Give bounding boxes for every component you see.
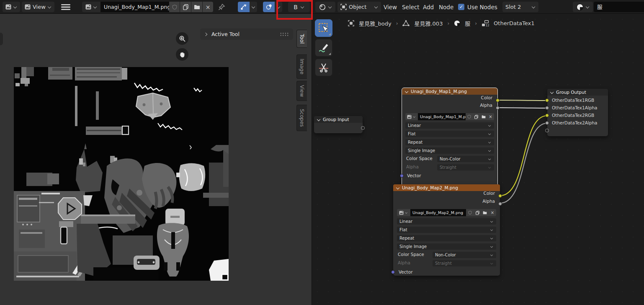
unlink-image-button[interactable]: × — [487, 113, 494, 120]
node-header[interactable]: Unagi_Body_Map1_M.png — [402, 88, 497, 95]
checkbox-checked-icon[interactable]: ✓ — [458, 4, 464, 10]
input-row: OtherDataTex1RGB — [552, 98, 613, 103]
hamburger-menu-icon — [61, 4, 70, 10]
color-space-dropdown[interactable]: Non-Color — [433, 252, 496, 258]
pin-button[interactable] — [218, 2, 225, 12]
shader-type-dropdown[interactable]: Object — [337, 2, 381, 12]
virtual-input-socket[interactable] — [545, 129, 549, 132]
color-output-socket[interactable] — [498, 194, 502, 198]
material-sphere-icon — [454, 20, 460, 26]
menu-select[interactable]: Select — [402, 2, 420, 12]
toolbar-collapse-handle[interactable] — [0, 33, 3, 45]
source-dropdown[interactable]: Single Image — [405, 147, 494, 154]
node-header[interactable]: Group Input — [314, 116, 363, 123]
open-image-button[interactable] — [191, 2, 202, 12]
active-tool-panel-header[interactable]: Active Tool — [200, 28, 293, 40]
panel-grip-icon[interactable] — [280, 32, 289, 36]
gizmo-options-expander[interactable] — [250, 2, 257, 12]
image-editor-area[interactable]: Active Tool Tool Image View Scopes — [0, 14, 312, 305]
new-image-button[interactable] — [180, 2, 191, 12]
open-image-button[interactable] — [480, 113, 487, 120]
fake-user-button[interactable] — [169, 2, 180, 12]
node-header[interactable]: Group Output — [547, 89, 608, 96]
node-group-output[interactable]: Group Output OtherDataTex1RGB OtherDataT… — [547, 89, 608, 136]
breadcrumb-object[interactable]: 星見雅_body — [359, 19, 392, 27]
vector-input-socket[interactable] — [391, 270, 395, 274]
alpha-output-socket[interactable] — [498, 202, 502, 206]
vector-input-socket[interactable] — [400, 174, 404, 178]
fake-user-button[interactable] — [466, 113, 473, 120]
new-image-button[interactable] — [474, 209, 481, 216]
image-name-field[interactable]: Unagi_Body_Map1_M.png — [100, 2, 169, 12]
sidebar-tab-tool[interactable]: Tool — [296, 30, 307, 48]
projection-dropdown[interactable]: Flat — [405, 131, 494, 137]
image-name-field[interactable]: Unagi_Body_Map1_M.png — [418, 113, 466, 120]
shield-icon — [467, 114, 471, 119]
fake-user-button[interactable] — [466, 209, 474, 216]
node-image-texture-2[interactable]: Unagi_Body_Map2_M.png Color Alpha Unagi_… — [393, 184, 500, 276]
input-socket-tex2rgb[interactable] — [545, 114, 549, 117]
image-editor-icon — [5, 4, 11, 10]
chevron-down-icon — [488, 141, 491, 144]
color-space-dropdown[interactable]: Non-Color — [437, 156, 494, 162]
breadcrumb-mesh[interactable]: 星見雅.003 — [414, 19, 443, 27]
menu-add[interactable]: Add — [423, 2, 434, 12]
input-socket-tex1rgb[interactable] — [545, 98, 549, 102]
chevron-down-icon — [252, 5, 255, 9]
shader-ball-icon — [319, 4, 326, 10]
browse-image-button[interactable] — [405, 113, 418, 120]
editor-mode-dropdown[interactable]: View — [22, 2, 54, 12]
browse-image-button[interactable] — [397, 209, 410, 216]
sidebar-tab-image[interactable]: Image — [296, 54, 307, 79]
collapsed-menus-button[interactable] — [61, 2, 70, 12]
virtual-output-socket[interactable] — [361, 126, 365, 130]
interpolation-dropdown[interactable]: Linear — [397, 218, 496, 225]
gizmos-dropdown[interactable] — [238, 2, 257, 12]
alpha-mode-dropdown: Straight — [433, 260, 496, 266]
zoom-gizmo-button[interactable] — [176, 32, 188, 45]
folder-icon — [483, 211, 487, 215]
breadcrumb-material[interactable]: 服 — [465, 19, 470, 27]
menu-node[interactable]: Node — [439, 2, 453, 12]
extension-dropdown[interactable]: Repeat — [405, 139, 494, 145]
unlink-image-button[interactable]: × — [203, 2, 213, 12]
node-group-input[interactable]: Group Input — [314, 116, 363, 133]
new-image-button[interactable] — [473, 113, 480, 120]
gizmo-toggle[interactable] — [238, 2, 250, 12]
use-nodes-toggle[interactable]: ✓ Use Nodes — [458, 2, 497, 12]
overlays-toggle[interactable] — [263, 2, 275, 12]
sidebar-tab-view[interactable]: View — [296, 81, 307, 101]
browse-material-button[interactable] — [573, 2, 593, 12]
shader-node-editor-area[interactable]: 星見雅_body › 星見雅.003 › 服 › 12 OtherDataTex… — [312, 14, 644, 305]
chevron-down-icon — [586, 5, 590, 9]
projection-dropdown[interactable]: Flat — [397, 227, 496, 233]
node-image-texture-1[interactable]: Unagi_Body_Map1_M.png Color Alpha Unagi_… — [402, 88, 497, 191]
input-socket-tex1alpha[interactable] — [545, 106, 549, 110]
unlink-image-button[interactable]: × — [489, 209, 496, 216]
breadcrumb-node-group[interactable]: OtherDataTex1 — [494, 20, 534, 26]
alpha-output-socket[interactable] — [496, 106, 500, 110]
chevron-down-icon — [490, 220, 493, 223]
editor-type-button-image-editor[interactable] — [3, 2, 20, 12]
pan-gizmo-button[interactable] — [176, 48, 188, 61]
browse-image-button[interactable] — [82, 2, 100, 12]
node-title: Unagi_Body_Map2_M.png — [402, 185, 458, 190]
image-name-field[interactable]: Unagi_Body_Map2_M.png — [410, 209, 466, 216]
sidebar-tab-scopes[interactable]: Scopes — [296, 105, 307, 131]
material-slot-dropdown[interactable]: Slot 2 — [502, 2, 538, 12]
interpolation-dropdown[interactable]: Linear — [405, 122, 494, 129]
extension-dropdown[interactable]: Repeat — [397, 235, 496, 241]
color-output-socket[interactable] — [496, 98, 500, 102]
material-name-field[interactable]: 服 — [594, 2, 644, 12]
chevron-down-icon — [317, 118, 321, 121]
input-socket-tex2alpha[interactable] — [545, 121, 549, 125]
editor-type-button-shader-editor[interactable] — [315, 2, 335, 12]
source-dropdown[interactable]: Single Image — [397, 243, 496, 250]
object-icon — [348, 20, 354, 26]
chevron-down-icon — [490, 245, 493, 248]
breadcrumb-separator: › — [447, 21, 449, 26]
node-header[interactable]: Unagi_Body_Map2_M.png — [393, 184, 500, 191]
object-icon — [340, 4, 347, 10]
menu-view[interactable]: View — [384, 2, 397, 12]
open-image-button[interactable] — [481, 209, 489, 216]
